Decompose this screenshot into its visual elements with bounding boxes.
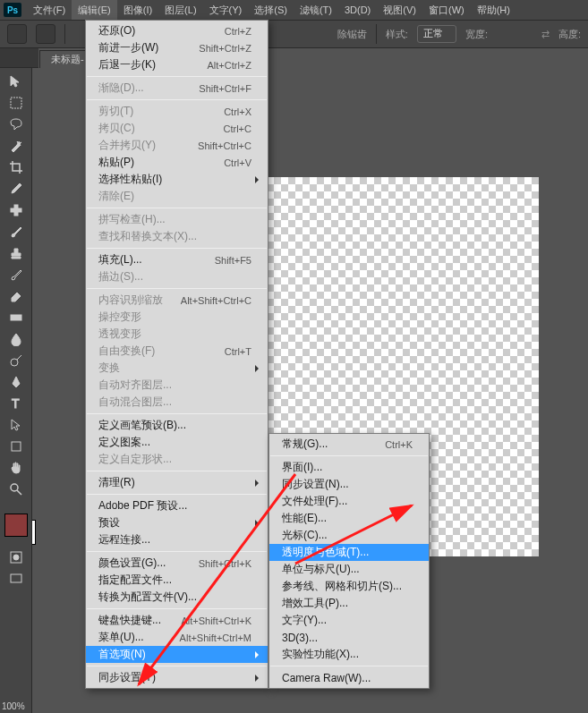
menu-item-label: 常规(G)...	[282, 437, 328, 452]
menu-item-label: 预设	[98, 515, 120, 531]
separator	[87, 208, 267, 208]
eraser-tool[interactable]	[4, 286, 29, 306]
menu-item-label: 颜色设置(G)...	[98, 556, 166, 571]
blur-tool[interactable]	[4, 329, 29, 349]
edit-item-31[interactable]: 清理(R)	[86, 474, 268, 491]
menu-item-label: Adobe PDF 预设...	[98, 498, 187, 514]
prefs-item-13[interactable]: 实验性功能(X)...	[269, 646, 429, 663]
swap-icon[interactable]: ⇄	[541, 29, 550, 40]
dodge-tool[interactable]	[4, 351, 29, 370]
edit-item-10[interactable]: 选择性粘贴(I)	[86, 171, 268, 188]
wand-tool[interactable]	[4, 136, 29, 156]
pen-tool[interactable]	[4, 372, 29, 392]
edit-item-1[interactable]: 前进一步(W)Shift+Ctrl+Z	[86, 39, 268, 56]
tool-preset-icon[interactable]	[7, 24, 27, 44]
brush-tool[interactable]	[4, 222, 29, 242]
prefs-item-6[interactable]: 光标(C)...	[269, 527, 429, 544]
edit-item-9[interactable]: 粘贴(P)Ctrl+V	[86, 154, 268, 171]
menu-item-label: 拼写检查(H)...	[98, 212, 166, 227]
edit-item-28[interactable]: 定义图案...	[86, 434, 268, 451]
edit-item-34[interactable]: 预设	[86, 514, 268, 531]
menu-item-label: 查找和替换文本(X)...	[98, 229, 197, 244]
tab-well	[0, 48, 38, 68]
separator	[87, 551, 267, 552]
svg-point-9	[13, 555, 19, 560]
edit-item-42[interactable]: 菜单(U)...Alt+Shift+Ctrl+M	[86, 629, 268, 646]
hand-tool[interactable]	[4, 458, 29, 478]
menu-item-label: 实验性功能(X)...	[282, 647, 359, 662]
edit-item-41[interactable]: 键盘快捷键...Alt+Shift+Ctrl+K	[86, 612, 268, 629]
menu-item-label: 描边(S)...	[98, 269, 143, 284]
menu-item-label: 渐隐(D)...	[98, 81, 144, 96]
prefs-item-4[interactable]: 文件处理(F)...	[269, 493, 429, 510]
edit-item-39[interactable]: 转换为配置文件(V)...	[86, 589, 268, 606]
svg-rect-10	[11, 574, 21, 582]
quickmask-tool[interactable]	[4, 547, 29, 567]
prefs-item-8[interactable]: 单位与标尺(U)...	[269, 561, 429, 578]
style-select[interactable]: 正常	[417, 25, 456, 43]
menu-w[interactable]: 窗口(W)	[422, 0, 471, 20]
move-tool[interactable]	[4, 72, 29, 91]
menu-e[interactable]: 编辑(E)	[72, 0, 117, 20]
menu-item-label: 自动对齐图层...	[98, 378, 172, 393]
mode-icon[interactable]	[36, 24, 55, 44]
gradient-tool[interactable]	[4, 308, 29, 327]
edit-item-0[interactable]: 还原(O)Ctrl+Z	[86, 22, 268, 39]
menu-i[interactable]: 图像(I)	[117, 0, 158, 20]
edit-item-37[interactable]: 颜色设置(G)...Shift+Ctrl+K	[86, 555, 268, 572]
prefs-item-5[interactable]: 性能(E)...	[269, 510, 429, 527]
edit-item-16[interactable]: 填充(L)...Shift+F5	[86, 251, 268, 268]
prefs-item-10[interactable]: 增效工具(P)...	[269, 595, 429, 612]
menu-item-label: 定义图案...	[98, 435, 150, 450]
menu-item-label: 填充(L)...	[98, 252, 142, 267]
prefs-item-11[interactable]: 文字(Y)...	[269, 612, 429, 629]
shape-tool[interactable]	[4, 437, 29, 456]
separator	[87, 248, 267, 249]
prefs-item-12[interactable]: 3D(3)...	[269, 629, 429, 646]
edit-item-33[interactable]: Adobe PDF 预设...	[86, 497, 268, 514]
edit-item-43[interactable]: 首选项(N)	[86, 646, 268, 663]
menu-item-label: 透明度与色域(T)...	[282, 545, 369, 560]
prefs-item-0[interactable]: 常规(G)...Ctrl+K	[269, 436, 429, 453]
menu-item-label: 性能(E)...	[282, 511, 327, 526]
lasso-tool[interactable]	[4, 115, 29, 134]
prefs-item-3[interactable]: 同步设置(N)...	[269, 476, 429, 493]
path-select-tool[interactable]	[4, 415, 29, 435]
eyedropper-tool[interactable]	[4, 179, 29, 199]
healing-tool[interactable]	[4, 200, 29, 220]
zoom-tool[interactable]	[4, 480, 29, 499]
marquee-tool[interactable]	[4, 93, 29, 113]
foreground-color[interactable]	[4, 514, 28, 537]
menu-y[interactable]: 文字(Y)	[203, 0, 249, 20]
edit-item-29: 定义自定形状...	[86, 451, 268, 468]
prefs-item-2[interactable]: 界面(I)...	[269, 459, 429, 476]
prefs-item-7[interactable]: 透明度与色域(T)...	[269, 544, 429, 561]
menu-item-label: 后退一步(K)	[98, 57, 156, 72]
edit-item-35[interactable]: 远程连接...	[86, 531, 268, 548]
prefs-item-9[interactable]: 参考线、网格和切片(S)...	[269, 578, 429, 595]
menu-item-label: 菜单(U)...	[98, 630, 144, 645]
menu-h[interactable]: 帮助(H)	[471, 0, 516, 20]
screenmode-tool[interactable]	[4, 569, 29, 589]
edit-item-38[interactable]: 指定配置文件...	[86, 572, 268, 589]
menu-item-label: 自动混合图层...	[98, 395, 172, 410]
stamp-tool[interactable]	[4, 243, 29, 263]
menu-f[interactable]: 文件(F)	[27, 0, 72, 20]
edit-item-2[interactable]: 后退一步(K)Alt+Ctrl+Z	[86, 56, 268, 73]
svg-point-7	[11, 484, 18, 491]
type-tool[interactable]: T	[4, 394, 29, 413]
menu-item-label: 文件处理(F)...	[282, 494, 347, 509]
menu-s[interactable]: 选择(S)	[248, 0, 294, 20]
history-brush-tool[interactable]	[4, 265, 29, 284]
menu-v[interactable]: 视图(V)	[377, 0, 422, 20]
shortcut: Shift+Ctrl+Z	[199, 43, 251, 54]
menu-t[interactable]: 滤镜(T)	[294, 0, 338, 20]
shortcut: Ctrl+V	[224, 157, 251, 168]
shortcut: Shift+Ctrl+C	[198, 140, 251, 151]
edit-item-27[interactable]: 定义画笔预设(B)...	[86, 417, 268, 434]
prefs-item-15[interactable]: Camera Raw(W)...	[269, 669, 429, 686]
crop-tool[interactable]	[4, 157, 29, 177]
menu-dd[interactable]: 3D(D)	[338, 0, 377, 20]
edit-item-45[interactable]: 同步设置(Y)	[86, 669, 268, 686]
menu-l[interactable]: 图层(L)	[158, 0, 202, 20]
